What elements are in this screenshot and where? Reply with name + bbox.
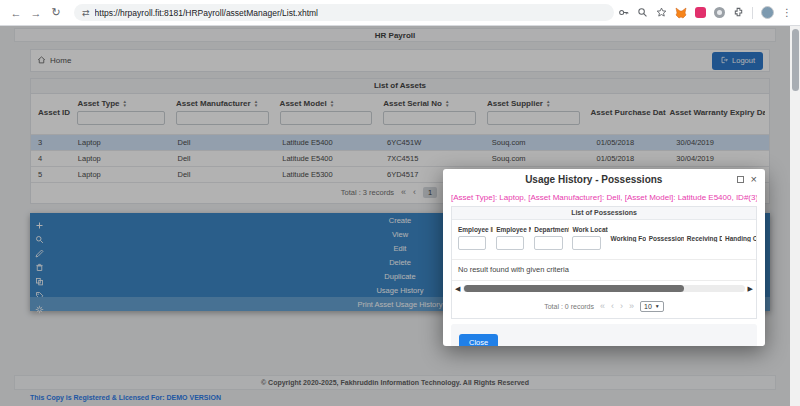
empty-results-message: No result found with given criteria [452,260,756,281]
zoom-search-icon[interactable] [637,7,648,18]
scroll-right-icon[interactable]: ▶ [748,285,753,292]
camera-extension-icon[interactable] [714,7,725,18]
scroll-left-icon[interactable]: ◀ [455,285,460,292]
scrollbar-thumb[interactable] [792,29,799,91]
prev-page-icon[interactable]: ‹ [611,302,614,311]
paginator-total-label: Total : 0 records [544,303,594,310]
filter-department-input[interactable] [534,236,562,250]
filter-employee-id-input[interactable] [458,236,486,250]
column-header-work-location[interactable]: Work Location [569,226,607,252]
last-page-icon[interactable]: » [629,302,634,311]
filter-work-location-input[interactable] [572,236,600,250]
chevron-down-icon: ▼ [655,303,660,309]
possessions-paginator: Total : 0 records « ‹ › » 10 ▼ [452,296,756,318]
dialog-body: [Asset Type]: Laptop, [Asset Manufacture… [443,190,765,346]
dialog-footer: Close [451,324,757,347]
browser-toolbar: ← → ↻ ⇄ https://hrpayroll.fit:8181/HRPay… [0,0,800,26]
chrome-menu-icon[interactable]: ⋮ [782,7,792,18]
column-header-employee-name[interactable]: Employee Name [493,226,531,252]
column-header-handing-over-date[interactable]: Handing Over Date [722,235,756,242]
first-page-icon[interactable]: « [600,302,605,311]
column-header-employee-id[interactable]: Employee ID [455,226,493,252]
browser-vertical-scrollbar[interactable] [790,26,800,406]
possessions-panel-title: List of Possessions [452,207,756,220]
metamask-extension-icon[interactable] [675,7,687,19]
column-header-department[interactable]: Department [531,226,569,252]
url-text[interactable]: https://hrpayroll.fit:8181/HRPayroll/ass… [95,8,318,18]
forward-icon[interactable]: → [28,7,44,19]
extensions-puzzle-icon[interactable] [733,7,744,18]
close-icon[interactable]: × [751,174,757,185]
scrollbar-track[interactable] [463,285,744,292]
toolbar-divider [752,7,753,19]
column-header-receiving-date[interactable]: Receiving Date [684,235,722,242]
filter-employee-name-input[interactable] [496,236,524,250]
rows-per-page-select[interactable]: 10 ▼ [640,301,664,312]
bookmark-star-icon[interactable] [656,7,667,18]
dialog-titlebar: Usage History - Possessions × [443,169,765,190]
reload-icon[interactable]: ↻ [48,6,64,19]
dialog-title: Usage History - Possessions [451,174,737,185]
address-bar[interactable]: ⇄ https://hrpayroll.fit:8181/HRPayroll/a… [74,4,614,21]
possessions-panel: List of Possessions Employee ID Employee… [451,206,757,319]
close-button[interactable]: Close [459,334,498,347]
site-info-icon[interactable]: ⇄ [82,8,90,18]
profile-avatar[interactable] [761,6,774,19]
horizontal-scrollbar: ◀ ▶ [452,281,756,296]
usage-history-dialog: Usage History - Possessions × [Asset Typ… [443,169,765,346]
back-icon[interactable]: ← [8,7,24,19]
pink-extension-icon[interactable] [695,7,706,18]
maximize-icon[interactable] [737,176,744,183]
password-key-icon[interactable] [618,7,629,18]
scrollbar-thumb[interactable] [464,285,683,292]
column-header-working-for[interactable]: Working For [608,235,646,242]
asset-info-text: [Asset Type]: Laptop, [Asset Manufacture… [451,193,757,202]
column-header-possession-id[interactable]: Possession ID [646,235,684,242]
possessions-table-header: Employee ID Employee Name Department Wor… [452,220,756,260]
next-page-icon[interactable]: › [620,302,623,311]
